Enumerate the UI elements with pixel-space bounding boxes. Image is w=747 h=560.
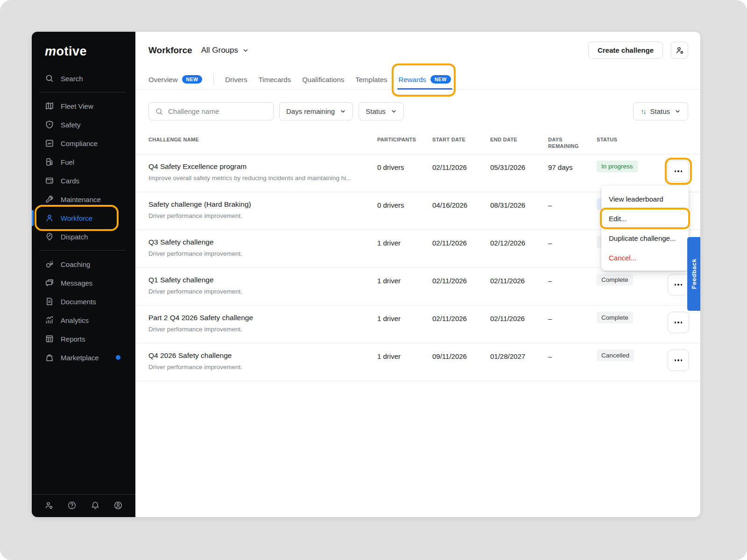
challenge-search-input[interactable] bbox=[168, 107, 267, 115]
menu-item-duplicate-challenge[interactable]: Duplicate challenge... bbox=[601, 228, 689, 248]
sidebar-item-messages[interactable]: Messages bbox=[32, 273, 135, 292]
admin-settings-icon[interactable] bbox=[44, 501, 54, 510]
column-header-challenge-name: CHALLENGE NAME bbox=[148, 136, 377, 149]
sidebar-item-fleet-view[interactable]: Fleet View bbox=[32, 97, 135, 115]
filter-bar: Days remaining Status ↑↓ Status bbox=[135, 102, 700, 120]
tab-label: Drivers bbox=[225, 76, 247, 84]
status-filter[interactable]: Status bbox=[359, 102, 404, 120]
sidebar: mmotiveotive Search Fleet View Safety Co… bbox=[32, 32, 135, 517]
challenge-name: Q3 Safety challenge bbox=[148, 238, 377, 247]
tab-drivers[interactable]: Drivers bbox=[225, 70, 247, 89]
start-date-cell: 02/11/2026 bbox=[432, 313, 490, 323]
chevron-down-icon bbox=[391, 108, 397, 114]
row-menu-button[interactable] bbox=[668, 274, 689, 295]
sidebar-item-analytics[interactable]: Analytics bbox=[32, 311, 135, 329]
days-remaining-filter[interactable]: Days remaining bbox=[279, 102, 353, 120]
days-remaining-cell: 97 days bbox=[548, 162, 597, 172]
group-selector[interactable]: All Groups bbox=[201, 46, 249, 55]
row-menu-button[interactable] bbox=[668, 350, 689, 371]
chart-window-icon bbox=[45, 139, 54, 148]
end-date-cell: 02/11/2026 bbox=[490, 275, 548, 286]
create-challenge-button[interactable]: Create challenge bbox=[588, 42, 663, 59]
sidebar-item-label: Dispatch bbox=[61, 233, 88, 241]
tab-rewards[interactable]: Rewards NEW bbox=[399, 70, 451, 89]
user-gear-icon bbox=[675, 46, 684, 55]
sidebar-item-label: Workforce bbox=[61, 214, 92, 222]
account-icon[interactable] bbox=[113, 501, 123, 510]
start-date-cell: 02/11/2026 bbox=[432, 275, 490, 286]
menu-item-cancel[interactable]: Cancel... bbox=[601, 248, 689, 267]
column-header-status: STATUS bbox=[597, 136, 666, 149]
new-badge: NEW bbox=[430, 75, 451, 84]
challenge-description: Driver performance improvement. bbox=[148, 212, 377, 219]
status-badge: Complete bbox=[597, 274, 633, 286]
challenge-description: Driver performance improvement. bbox=[148, 364, 377, 371]
sidebar-item-label: Reports bbox=[61, 335, 85, 343]
tab-qualifications[interactable]: Qualifications bbox=[302, 70, 344, 89]
sidebar-item-documents[interactable]: Documents bbox=[32, 292, 135, 311]
fuel-pump-icon bbox=[45, 157, 54, 167]
menu-item-view-leaderboard[interactable]: View leaderboard bbox=[601, 189, 689, 209]
participants-cell: 1 driver bbox=[377, 351, 432, 361]
participants-cell: 1 driver bbox=[377, 238, 432, 248]
notifications-bell-icon[interactable] bbox=[91, 501, 100, 510]
sidebar-item-label: Fuel bbox=[61, 158, 74, 166]
table-row[interactable]: Q4 2026 Safety challenge Driver performa… bbox=[135, 343, 700, 381]
start-date-cell: 02/11/2026 bbox=[432, 238, 490, 248]
sidebar-item-maintenance[interactable]: Maintenance bbox=[32, 190, 135, 209]
sidebar-item-dispatch[interactable]: Dispatch bbox=[32, 227, 135, 246]
row-context-menu: View leaderboard Edit... Duplicate chall… bbox=[601, 186, 689, 271]
sidebar-item-reports[interactable]: Reports bbox=[32, 329, 135, 348]
sidebar-item-label: Analytics bbox=[61, 316, 89, 324]
tab-timecards[interactable]: Timecards bbox=[259, 70, 291, 89]
sidebar-item-compliance[interactable]: Compliance bbox=[32, 134, 135, 153]
participants-cell: 1 driver bbox=[377, 313, 432, 323]
tab-label: Timecards bbox=[259, 76, 291, 84]
tab-templates[interactable]: Templates bbox=[355, 70, 387, 89]
row-menu-button[interactable] bbox=[668, 312, 689, 333]
sidebar-item-label: Coaching bbox=[61, 260, 90, 268]
menu-item-label: Edit... bbox=[609, 215, 627, 223]
sidebar-item-workforce[interactable]: Workforce bbox=[32, 209, 135, 227]
sidebar-item-safety[interactable]: Safety bbox=[32, 115, 135, 134]
feedback-tab-label: Feedback bbox=[691, 259, 698, 289]
column-header-days-remaining: DAYS REMAINING bbox=[548, 136, 581, 149]
search-icon bbox=[45, 74, 54, 83]
chevron-down-icon bbox=[242, 47, 249, 54]
sidebar-item-fuel[interactable]: Fuel bbox=[32, 153, 135, 171]
column-header-start-date: START DATE bbox=[432, 136, 490, 149]
app-window: mmotiveotive Search Fleet View Safety Co… bbox=[32, 32, 700, 517]
sidebar-item-label: Maintenance bbox=[61, 196, 101, 203]
challenge-search[interactable] bbox=[148, 102, 274, 120]
table-header: CHALLENGE NAME PARTICIPANTS START DATE E… bbox=[135, 120, 700, 154]
sort-button-label: Status bbox=[650, 107, 670, 115]
table-row[interactable]: Q1 Safety challenge Driver performance i… bbox=[135, 268, 700, 306]
sort-button[interactable]: ↑↓ Status bbox=[633, 102, 688, 120]
help-icon[interactable] bbox=[67, 501, 77, 510]
end-date-cell: 01/28/2027 bbox=[490, 351, 548, 361]
table-row[interactable]: Part 2 Q4 2026 Safety challenge Driver p… bbox=[135, 306, 700, 343]
menu-item-edit[interactable]: Edit... bbox=[601, 209, 689, 228]
sidebar-item-marketplace[interactable]: Marketplace bbox=[32, 348, 135, 367]
map-icon bbox=[45, 101, 54, 111]
sidebar-item-coaching[interactable]: Coaching bbox=[32, 255, 135, 273]
sidebar-item-label: Marketplace bbox=[61, 354, 99, 362]
tab-overview[interactable]: Overview NEW bbox=[148, 70, 202, 89]
marketplace-notification-dot bbox=[116, 355, 120, 360]
sidebar-search[interactable]: Search bbox=[32, 69, 135, 88]
sidebar-item-cards[interactable]: Cards bbox=[32, 171, 135, 190]
sidebar-footer bbox=[32, 494, 135, 517]
days-remaining-cell: – bbox=[548, 351, 597, 361]
new-badge: NEW bbox=[182, 75, 203, 84]
user-settings-button[interactable] bbox=[671, 42, 688, 59]
end-date-cell: 02/12/2026 bbox=[490, 238, 548, 248]
report-icon bbox=[45, 334, 54, 343]
tab-label: Qualifications bbox=[302, 76, 344, 84]
row-menu-button[interactable] bbox=[668, 161, 689, 182]
feedback-tab[interactable]: Feedback bbox=[687, 237, 700, 311]
wrench-icon bbox=[45, 195, 54, 204]
days-remaining-cell: – bbox=[548, 238, 597, 248]
tab-separator bbox=[213, 74, 214, 85]
days-remaining-cell: – bbox=[548, 200, 597, 210]
challenge-description: Driver performance improvement. bbox=[148, 326, 377, 333]
